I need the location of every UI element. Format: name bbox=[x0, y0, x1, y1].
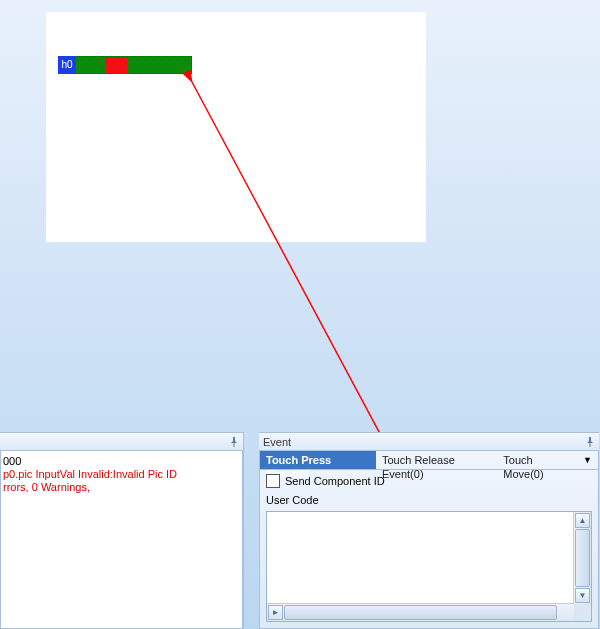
pin-icon[interactable] bbox=[585, 437, 595, 447]
scroll-right-icon[interactable]: ► bbox=[268, 605, 283, 620]
tab-touch-press[interactable]: Touch Press Event(0) bbox=[260, 451, 376, 469]
tabs-dropdown-icon[interactable]: ▼ bbox=[577, 455, 598, 465]
slider-thumb[interactable] bbox=[105, 57, 127, 73]
output-line: 000 bbox=[3, 455, 240, 468]
pin-icon[interactable] bbox=[229, 437, 239, 447]
scroll-thumb[interactable] bbox=[575, 529, 590, 587]
component-label: h0 bbox=[58, 56, 76, 74]
send-component-id-checkbox[interactable] bbox=[266, 474, 280, 488]
event-tabs: Touch Press Event(0) Touch Release Event… bbox=[260, 451, 598, 470]
scroll-up-icon[interactable]: ▲ bbox=[575, 513, 590, 528]
design-canvas[interactable]: h0 bbox=[46, 12, 426, 242]
vertical-scrollbar[interactable]: ▲ ▼ bbox=[573, 512, 591, 604]
send-component-id-label: Send Component ID bbox=[285, 475, 385, 487]
horizontal-scrollbar[interactable]: ◄ ► bbox=[267, 603, 574, 621]
event-panel: Event Touch Press Event(0) Touch Release… bbox=[259, 432, 599, 629]
output-text[interactable]: 000 p0.pic InputVal Invalid:Invalid Pic … bbox=[0, 450, 243, 629]
scroll-down-icon[interactable]: ▼ bbox=[575, 588, 590, 603]
output-line: p0.pic InputVal Invalid:Invalid Pic ID bbox=[3, 468, 240, 481]
user-code-editor[interactable]: ▲ ▼ ◄ ► bbox=[266, 511, 592, 622]
slider-component-h0[interactable]: h0 bbox=[58, 56, 192, 74]
output-panel: 000 p0.pic InputVal Invalid:Invalid Pic … bbox=[0, 432, 244, 629]
tab-touch-release[interactable]: Touch Release Event(0) bbox=[376, 451, 497, 469]
event-panel-title: Event bbox=[259, 432, 599, 452]
scroll-thumb[interactable] bbox=[284, 605, 557, 620]
user-code-label: User Code bbox=[260, 492, 598, 510]
output-panel-title bbox=[0, 432, 243, 452]
tab-touch-move[interactable]: Touch Move(0) bbox=[497, 451, 577, 469]
scroll-corner bbox=[574, 604, 591, 621]
output-line: rrors, 0 Warnings, bbox=[3, 481, 240, 494]
